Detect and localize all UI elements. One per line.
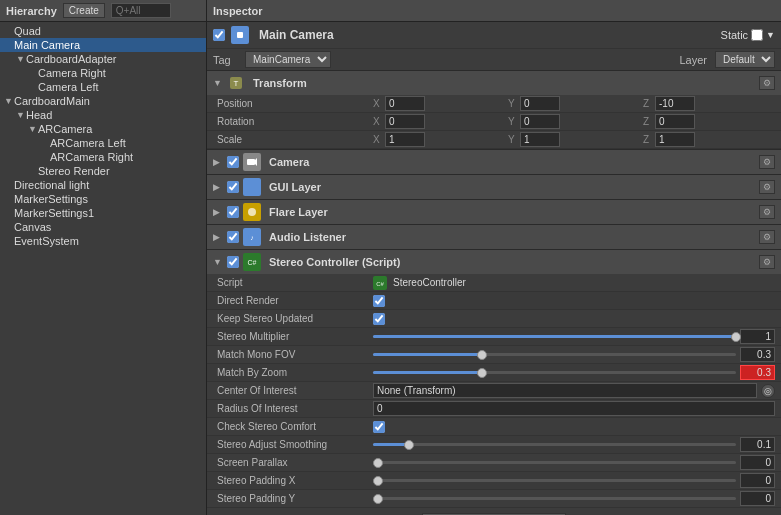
- flare-layer-header[interactable]: ▶ Flare Layer ⚙: [207, 200, 781, 224]
- flare-layer-settings-icon[interactable]: ⚙: [759, 205, 775, 219]
- stereo-adjust-smoothing-value: 0.1: [373, 437, 775, 452]
- transform-settings-icon[interactable]: ⚙: [759, 76, 775, 90]
- tag-select[interactable]: MainCamera: [245, 51, 331, 68]
- stereo-padding-y-input[interactable]: 0: [740, 491, 775, 506]
- svg-rect-1: [237, 32, 243, 38]
- center-of-interest-input[interactable]: [373, 383, 757, 398]
- hierarchy-item-main-camera[interactable]: Main Camera: [0, 38, 206, 52]
- direct-render-checkbox[interactable]: [373, 295, 385, 307]
- hierarchy-item-label-canvas: Canvas: [14, 221, 51, 233]
- svg-text:C#: C#: [248, 259, 257, 266]
- audio-listener-header[interactable]: ▶ ♪ Audio Listener ⚙: [207, 225, 781, 249]
- svg-rect-6: [247, 182, 257, 192]
- keep-stereo-checkbox[interactable]: [373, 313, 385, 325]
- position-row: Position X Y Z: [207, 95, 781, 113]
- hierarchy-item-ar-camera[interactable]: ▼ARCamera: [0, 122, 206, 136]
- hierarchy-item-label-arcamera-left: ARCamera Left: [50, 137, 126, 149]
- hierarchy-panel: Hierarchy Create QuadMain Camera▼Cardboa…: [0, 0, 207, 515]
- gui-layer-checkbox[interactable]: [227, 181, 239, 193]
- tag-row: Tag MainCamera Layer Default: [207, 49, 781, 71]
- position-x[interactable]: [385, 96, 425, 111]
- stereo-adjust-smoothing-slider[interactable]: [373, 443, 736, 446]
- scale-y[interactable]: [520, 132, 560, 147]
- rotation-x[interactable]: [385, 114, 425, 129]
- scale-z[interactable]: [655, 132, 695, 147]
- stereo-adjust-smoothing-input[interactable]: 0.1: [740, 437, 775, 452]
- center-of-interest-pick-btn[interactable]: ◎: [761, 384, 775, 398]
- hierarchy-item-cardboard-adapter[interactable]: ▼CardboardAdapter: [0, 52, 206, 66]
- stereo-padding-y-slider[interactable]: [373, 497, 736, 500]
- hierarchy-item-head[interactable]: ▼Head: [0, 108, 206, 122]
- stereo-controller-checkbox[interactable]: [227, 256, 239, 268]
- rotation-y[interactable]: [520, 114, 560, 129]
- hierarchy-item-marker-settings1[interactable]: MarkerSettings1: [0, 206, 206, 220]
- hierarchy-item-dir-light[interactable]: Directional light: [0, 178, 206, 192]
- static-dropdown-icon[interactable]: ▼: [766, 30, 775, 40]
- screen-parallax-value: 0: [373, 455, 775, 470]
- position-z[interactable]: [655, 96, 695, 111]
- stereo-padding-x-slider[interactable]: [373, 479, 736, 482]
- svg-rect-4: [247, 159, 255, 165]
- transform-header[interactable]: ▼ T Transform ⚙: [207, 71, 781, 95]
- gui-layer-arrow-icon: ▶: [213, 182, 223, 192]
- radius-of-interest-row: Radius Of Interest: [207, 400, 781, 418]
- radius-of-interest-input[interactable]: [373, 401, 775, 416]
- match-mono-fov-slider[interactable]: [373, 353, 736, 356]
- keep-stereo-value: [373, 313, 775, 325]
- hierarchy-item-arcamera-right[interactable]: ARCamera Right: [0, 150, 206, 164]
- hierarchy-item-camera-left[interactable]: Camera Left: [0, 80, 206, 94]
- rotation-label: Rotation: [213, 116, 373, 127]
- camera-header[interactable]: ▶ Camera ⚙: [207, 150, 781, 174]
- hierarchy-item-label-marker-settings: MarkerSettings: [14, 193, 88, 205]
- hierarchy-item-canvas[interactable]: Canvas: [0, 220, 206, 234]
- static-label: Static: [721, 29, 749, 41]
- hierarchy-item-camera-right[interactable]: Camera Right: [0, 66, 206, 80]
- match-mono-fov-input[interactable]: 0.3: [740, 347, 775, 362]
- script-row: Script C# StereoController: [207, 274, 781, 292]
- camera-checkbox[interactable]: [227, 156, 239, 168]
- stereo-controller-icon: C#: [243, 253, 261, 271]
- obj-row: Main Camera Static ▼: [207, 22, 781, 49]
- hierarchy-item-arcamera-left[interactable]: ARCamera Left: [0, 136, 206, 150]
- create-button[interactable]: Create: [63, 3, 105, 18]
- position-y[interactable]: [520, 96, 560, 111]
- screen-parallax-row: Screen Parallax 0: [207, 454, 781, 472]
- layer-label: Layer: [679, 54, 707, 66]
- camera-settings-icon[interactable]: ⚙: [759, 155, 775, 169]
- stereo-controller-header[interactable]: ▼ C# Stereo Controller (Script) ⚙: [207, 250, 781, 274]
- stereo-controller-settings-icon[interactable]: ⚙: [759, 255, 775, 269]
- hierarchy-item-quad[interactable]: Quad: [0, 24, 206, 38]
- hierarchy-item-cardboard-main[interactable]: ▼CardboardMain: [0, 94, 206, 108]
- hierarchy-item-event-system[interactable]: EventSystem: [0, 234, 206, 248]
- stereo-multiplier-slider[interactable]: [373, 335, 736, 338]
- transform-arrow-icon: ▼: [213, 78, 223, 88]
- match-by-zoom-slider[interactable]: [373, 371, 736, 374]
- stereo-padding-y-value: 0: [373, 491, 775, 506]
- screen-parallax-label: Screen Parallax: [213, 457, 373, 468]
- gui-layer-settings-icon[interactable]: ⚙: [759, 180, 775, 194]
- audio-listener-checkbox[interactable]: [227, 231, 239, 243]
- rotation-z[interactable]: [655, 114, 695, 129]
- hierarchy-search[interactable]: [111, 3, 171, 18]
- audio-listener-settings-icon[interactable]: ⚙: [759, 230, 775, 244]
- stereo-controller-title: Stereo Controller (Script): [269, 256, 755, 268]
- gui-layer-header[interactable]: ▶ GUI Layer ⚙: [207, 175, 781, 199]
- audio-listener-icon: ♪: [243, 228, 261, 246]
- hierarchy-item-label-camera-right: Camera Right: [38, 67, 106, 79]
- transform-icon: T: [227, 74, 245, 92]
- scale-x[interactable]: [385, 132, 425, 147]
- scale-values: X Y Z: [373, 132, 775, 147]
- obj-active-checkbox[interactable]: [213, 29, 225, 41]
- match-by-zoom-input[interactable]: 0.3: [740, 365, 775, 380]
- check-stereo-checkbox[interactable]: [373, 421, 385, 433]
- hierarchy-item-stereo-render[interactable]: Stereo Render: [0, 164, 206, 178]
- layer-select[interactable]: Default: [715, 51, 775, 68]
- screen-parallax-slider[interactable]: [373, 461, 736, 464]
- flare-layer-checkbox[interactable]: [227, 206, 239, 218]
- static-checkbox[interactable]: [751, 29, 763, 41]
- screen-parallax-input[interactable]: 0: [740, 455, 775, 470]
- stereo-multiplier-input[interactable]: 1: [740, 329, 775, 344]
- stereo-padding-x-input[interactable]: 0: [740, 473, 775, 488]
- audio-listener-arrow-icon: ▶: [213, 232, 223, 242]
- hierarchy-item-marker-settings[interactable]: MarkerSettings: [0, 192, 206, 206]
